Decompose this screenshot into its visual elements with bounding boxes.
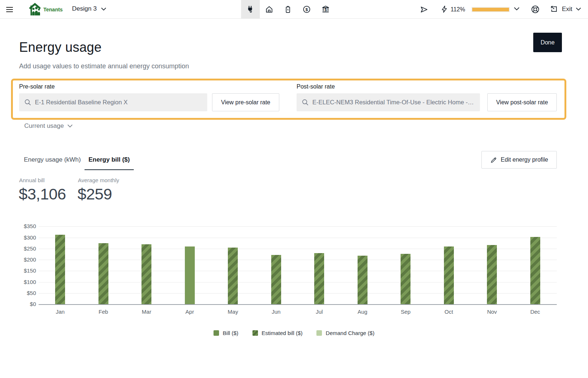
chart-gridline [39, 249, 557, 249]
bar-feb [98, 243, 108, 304]
bar-aug [358, 256, 368, 304]
current-usage-toggle[interactable]: Current usage [24, 122, 73, 130]
run-simulation-button[interactable] [420, 5, 429, 14]
page-subtitle: Add usage values to estimate annual ener… [19, 62, 189, 70]
edit-energy-profile-button[interactable]: Edit energy profile [481, 151, 557, 169]
exit-icon [550, 5, 558, 13]
chart-x-tick-label: Mar [132, 309, 161, 315]
view-pre-solar-rate-button[interactable]: View pre-solar rate [212, 93, 279, 111]
lightning-icon [440, 5, 448, 13]
chart-gridline [39, 304, 557, 305]
chart-gridline [39, 271, 557, 271]
battery-tool[interactable] [279, 0, 297, 18]
bar-apr [185, 246, 195, 304]
legend-label: Estimated bill ($) [262, 330, 303, 336]
energy-offset-progress-fill [472, 8, 509, 11]
edit-energy-profile-label: Edit energy profile [501, 156, 548, 163]
legend-swatch [214, 330, 219, 336]
design-selector-label: Design 3 [72, 5, 97, 12]
chart-y-tick-label: $200 [15, 256, 36, 263]
pricing-tool[interactable]: $ [297, 0, 316, 18]
bar-mar [141, 244, 151, 304]
chart-y-tick-label: $250 [15, 245, 36, 252]
send-icon [420, 5, 429, 14]
chevron-down-icon [514, 7, 520, 11]
pre-solar-rate-input[interactable]: E-1 Residential Baseline Region X [19, 93, 207, 111]
legend-item-1[interactable]: Estimated bill ($) [252, 330, 303, 336]
pre-solar-rate-value: E-1 Residential Baseline Region X [35, 99, 128, 106]
chart-x-tick-label: Jul [305, 309, 334, 315]
legend-swatch [252, 330, 258, 336]
bar-may [228, 248, 238, 304]
bar-jul [314, 253, 324, 304]
view-post-solar-rate-button[interactable]: View post-solar rate [487, 93, 557, 111]
logo-text: Tenants [43, 7, 63, 12]
home-icon [265, 5, 273, 14]
bank-dollar-icon: $ [321, 5, 330, 14]
home-tool[interactable] [260, 0, 279, 18]
lifebuoy-icon [531, 5, 540, 14]
energy-offset-progressbar [472, 7, 510, 12]
pencil-icon [490, 156, 497, 163]
svg-text:$: $ [324, 7, 326, 12]
energy-offset-indicator [440, 5, 448, 13]
hamburger-menu-icon[interactable] [5, 5, 14, 14]
chart-x-tick-label: Aug [348, 309, 377, 315]
average-monthly-label: Average monthly [78, 177, 119, 183]
bar-sep [401, 254, 410, 304]
chart-x-tick-label: Nov [477, 309, 507, 315]
done-button[interactable]: Done [533, 33, 562, 52]
exit-button[interactable]: Exit [550, 5, 581, 13]
incentives-tool[interactable]: $ [316, 0, 335, 18]
bar-nov [487, 245, 497, 304]
chart-gridline [39, 238, 557, 238]
chevron-down-icon [67, 124, 73, 128]
chart-x-tick-label: May [218, 309, 248, 315]
chevron-down-icon [101, 7, 106, 11]
energy-offset-percentage: 112% [451, 6, 465, 13]
bar-jun [271, 255, 281, 304]
dollar-circle-icon: $ [302, 5, 311, 14]
chart-x-tick-label: Apr [175, 309, 204, 315]
legend-item-2[interactable]: Demand Charge ($) [316, 330, 374, 336]
energy-usage-page: Tenants Design 3 [0, 0, 588, 378]
chart-y-tick-label: $350 [15, 223, 36, 229]
average-monthly-value: $259 [78, 185, 112, 203]
chart-x-tick-label: Feb [89, 309, 118, 315]
post-solar-rate-label: Post-solar rate [297, 83, 335, 90]
tab-energy-usage-kwh[interactable]: Energy usage (kWh) [24, 156, 81, 163]
energy-bill-chart: $0$50$100$150$200$250$300$350JanFebMarAp… [0, 215, 588, 318]
offset-dropdown-chevron[interactable] [514, 7, 520, 11]
design-selector[interactable]: Design 3 [72, 5, 106, 12]
chart-gridline [39, 260, 557, 260]
legend-label: Demand Charge ($) [326, 330, 374, 336]
chart-y-tick-label: $300 [15, 234, 36, 241]
post-solar-rate-input[interactable]: E-ELEC-NEM3 Residential Time-Of-Use - El… [297, 93, 480, 111]
tenants-logo[interactable] [27, 2, 43, 17]
chart-y-tick-label: $150 [15, 267, 36, 274]
annual-bill-value: $3,106 [19, 185, 66, 203]
chart-x-tick-label: Oct [434, 309, 463, 315]
legend-swatch [316, 330, 322, 336]
chart-gridline [39, 282, 557, 282]
legend-item-0[interactable]: Bill ($) [214, 330, 239, 336]
tab-energy-bill[interactable]: Energy bill ($) [85, 156, 134, 170]
chart-y-tick-label: $100 [15, 279, 36, 285]
chart-gridline [39, 226, 557, 227]
electrical-plug-tool[interactable] [241, 0, 260, 18]
svg-text:$: $ [305, 7, 308, 11]
tenants-logo-icon [27, 2, 43, 17]
bar-jan [55, 235, 65, 304]
current-usage-label: Current usage [24, 122, 64, 130]
chart-x-tick-label: Jun [261, 309, 291, 315]
topbar: Tenants Design 3 [0, 0, 588, 19]
exit-label: Exit [562, 6, 572, 13]
pre-solar-rate-label: Pre-solar rate [19, 83, 55, 90]
post-solar-rate-value: E-ELEC-NEM3 Residential Time-Of-Use - El… [312, 99, 474, 106]
help-button[interactable] [531, 5, 540, 14]
chart-y-tick-label: $50 [15, 290, 36, 296]
plug-icon [246, 5, 255, 14]
page-title: Energy usage [19, 40, 102, 55]
search-icon [24, 99, 31, 106]
bar-dec [530, 237, 540, 304]
